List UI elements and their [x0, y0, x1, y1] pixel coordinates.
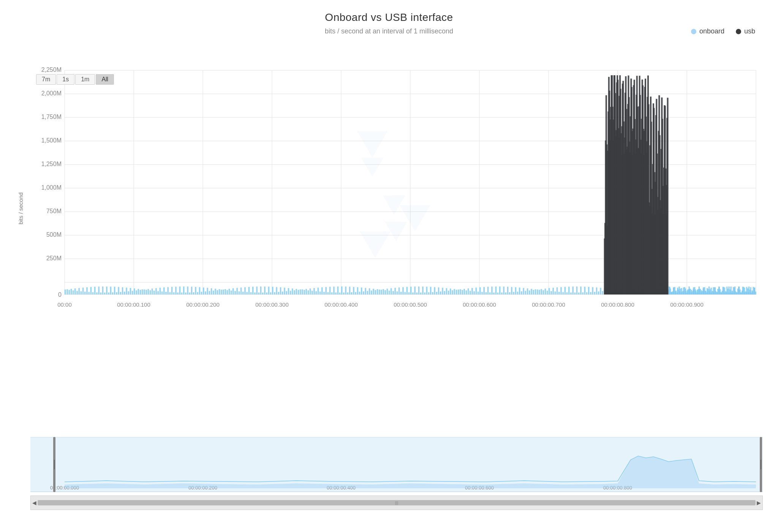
svg-rect-257: [489, 292, 491, 294]
svg-rect-159: [296, 289, 297, 294]
svg-rect-202: [381, 290, 382, 294]
svg-rect-141: [260, 287, 262, 294]
svg-rect-75: [130, 288, 131, 294]
svg-rect-101: [181, 293, 183, 294]
svg-rect-58: [96, 292, 98, 294]
svg-rect-214: [404, 292, 406, 295]
svg-rect-155: [288, 288, 289, 294]
svg-rect-683: [761, 460, 761, 469]
scrollbar-area[interactable]: ◀ ||| ▶: [30, 496, 763, 510]
svg-rect-309: [592, 287, 593, 294]
svg-rect-120: [219, 289, 220, 294]
svg-rect-167: [312, 291, 313, 294]
svg-rect-290: [555, 291, 556, 294]
svg-rect-233: [442, 288, 443, 294]
svg-rect-156: [290, 291, 291, 294]
time-btn-1m[interactable]: 1m: [75, 74, 95, 85]
time-btn-all[interactable]: All: [96, 74, 114, 85]
svg-text:2,000M: 2,000M: [41, 90, 62, 97]
svg-rect-312: [598, 291, 599, 294]
svg-rect-210: [397, 291, 398, 294]
svg-rect-61: [102, 287, 104, 294]
svg-rect-301: [576, 287, 578, 294]
svg-rect-209: [394, 288, 396, 294]
svg-rect-114: [207, 288, 208, 294]
time-btn-1s[interactable]: 1s: [57, 74, 74, 85]
svg-rect-268: [511, 287, 512, 294]
svg-rect-187: [351, 292, 353, 294]
svg-rect-43: [66, 289, 68, 294]
scroll-left-arrow[interactable]: ◀: [32, 500, 36, 506]
svg-rect-277: [529, 290, 530, 294]
svg-rect-66: [112, 292, 114, 294]
svg-rect-281: [537, 290, 538, 294]
svg-rect-305: [584, 287, 586, 295]
svg-rect-143: [264, 287, 266, 294]
svg-rect-221: [418, 287, 420, 294]
legend-onboard-dot: [691, 29, 696, 34]
svg-rect-539: [742, 291, 743, 294]
svg-rect-85: [150, 290, 151, 294]
svg-rect-147: [272, 287, 274, 294]
svg-rect-121: [221, 290, 222, 294]
svg-rect-180: [337, 287, 339, 294]
svg-rect-113: [205, 291, 206, 294]
svg-rect-200: [377, 289, 378, 294]
svg-rect-681: [54, 460, 55, 469]
svg-rect-134: [246, 292, 248, 294]
svg-rect-177: [331, 292, 333, 294]
svg-rect-218: [412, 293, 414, 295]
svg-text:1,750M: 1,750M: [41, 114, 62, 120]
svg-rect-300: [574, 293, 576, 294]
svg-rect-228: [432, 292, 433, 294]
svg-rect-269: [513, 292, 514, 294]
svg-rect-245: [466, 290, 467, 294]
scroll-right-arrow[interactable]: ▶: [757, 500, 761, 506]
svg-rect-131: [240, 288, 242, 294]
svg-rect-199: [375, 290, 376, 294]
chart-title: Onboard vs USB interface: [0, 0, 778, 24]
svg-rect-137: [252, 287, 254, 295]
svg-rect-109: [197, 292, 198, 295]
scrollbar-thumb[interactable]: |||: [38, 500, 756, 505]
svg-text:00:00:00.700: 00:00:00.700: [532, 301, 565, 308]
svg-rect-192: [361, 288, 362, 294]
svg-rect-246: [468, 288, 469, 294]
svg-rect-146: [270, 292, 272, 294]
svg-rect-249: [473, 291, 475, 295]
svg-rect-127: [232, 288, 234, 294]
svg-rect-112: [203, 288, 204, 295]
svg-rect-79: [138, 289, 139, 294]
legend-onboard: onboard: [691, 27, 724, 35]
svg-rect-183: [343, 293, 345, 294]
svg-rect-126: [231, 291, 232, 294]
svg-rect-195: [367, 291, 368, 294]
svg-rect-70: [120, 292, 122, 294]
svg-rect-68: [116, 292, 117, 294]
svg-rect-69: [118, 287, 119, 294]
svg-rect-251: [478, 291, 479, 294]
svg-rect-242: [460, 289, 461, 294]
time-range-buttons: 7m 1s 1m All: [36, 74, 114, 85]
svg-rect-188: [353, 287, 354, 294]
svg-rect-54: [88, 292, 90, 294]
svg-rect-225: [426, 287, 428, 294]
legend: onboard usb: [691, 27, 755, 35]
svg-rect-248: [471, 288, 473, 294]
time-btn-7m[interactable]: 7m: [36, 74, 56, 85]
svg-rect-173: [323, 292, 325, 294]
svg-rect-193: [363, 291, 364, 294]
svg-rect-55: [90, 287, 92, 294]
svg-rect-481: [677, 290, 679, 295]
svg-rect-211: [398, 287, 400, 294]
svg-rect-170: [318, 288, 319, 294]
svg-rect-140: [258, 293, 260, 294]
svg-rect-83: [145, 290, 147, 294]
scrollbar-track[interactable]: |||: [38, 500, 756, 505]
svg-rect-207: [391, 288, 392, 294]
svg-rect-231: [438, 287, 440, 294]
chart-container: Onboard vs USB interface bits / second a…: [0, 0, 778, 532]
svg-rect-294: [562, 292, 564, 294]
svg-rect-273: [521, 291, 522, 295]
usb-bars: [604, 75, 669, 294]
